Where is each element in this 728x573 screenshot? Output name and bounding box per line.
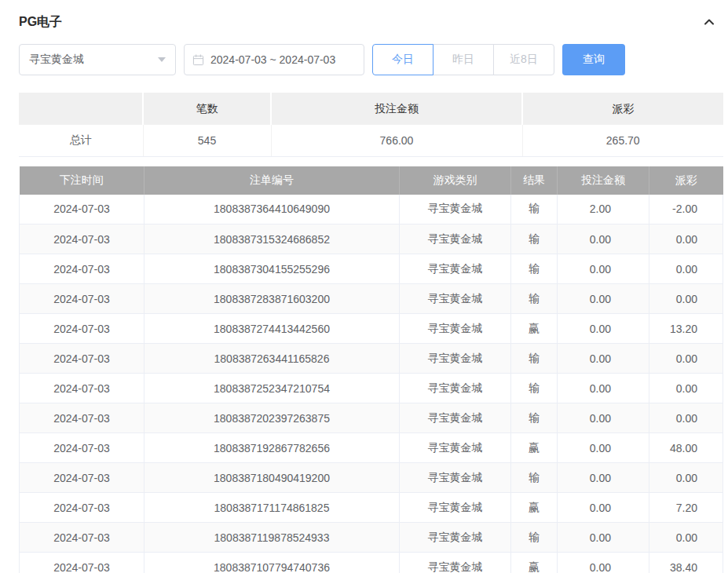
table-row: 2024-07-03 1808387192867782656 寻宝黄金城 赢 0… (20, 433, 723, 463)
bet-date: 2024-07-03 (20, 254, 145, 284)
summary-total-payout: 265.70 (522, 125, 723, 156)
bet-date: 2024-07-03 (20, 403, 145, 433)
collapse-chevron-up-icon[interactable] (703, 16, 715, 28)
result: 输 (511, 463, 558, 493)
bet-table-body: 2024-07-03 1808387364410649090 寻宝黄金城 输 2… (20, 195, 723, 573)
game-type: 寻宝黄金城 (400, 463, 511, 493)
order-id: 1808387263441165826 (145, 344, 400, 374)
table-row: 2024-07-03 1808387252347210754 寻宝黄金城 输 0… (20, 374, 723, 403)
table-row: 2024-07-03 1808387315324686852 寻宝黄金城 输 0… (20, 224, 723, 254)
date-range-value: 2024-07-03 ~ 2024-07-03 (210, 53, 335, 66)
payout: 48.00 (649, 433, 723, 463)
table-row: 2024-07-03 1808387283871603200 寻宝黄金城 输 0… (20, 284, 723, 314)
bet-date: 2024-07-03 (20, 284, 145, 314)
result: 输 (511, 254, 558, 284)
order-id: 1808387274413442560 (145, 314, 400, 344)
table-row: 2024-07-03 1808387274413442560 寻宝黄金城 赢 0… (20, 314, 723, 344)
result: 输 (511, 403, 558, 433)
summary-table: 笔数 投注金额 派彩 总计 545 766.00 265.70 (19, 93, 723, 157)
payout: 0.00 (649, 224, 723, 254)
game-type: 寻宝黄金城 (400, 553, 511, 573)
order-id: 1808387364410649090 (145, 195, 400, 224)
result: 赢 (511, 553, 558, 573)
payout: 7.20 (649, 493, 723, 523)
bet-table: 下注时间 注单编号 游戏类别 结果 投注金额 派彩 2024-07-03 180… (19, 166, 723, 573)
search-button[interactable]: 查询 (562, 44, 625, 75)
order-id: 1808387252347210754 (145, 374, 400, 403)
order-id: 1808387283871603200 (145, 284, 400, 314)
today-button[interactable]: 今日 (372, 44, 434, 75)
table-row: 2024-07-03 1808387119878524933 寻宝黄金城 输 0… (20, 523, 723, 553)
chevron-down-icon (158, 57, 166, 62)
table-row: 2024-07-03 1808387171174861825 寻宝黄金城 赢 0… (20, 493, 723, 523)
bet-amount: 0.00 (558, 374, 649, 403)
game-type: 寻宝黄金城 (400, 254, 511, 284)
bet-date: 2024-07-03 (20, 523, 145, 553)
result: 输 (511, 195, 558, 224)
game-type: 寻宝黄金城 (400, 314, 511, 344)
game-type: 寻宝黄金城 (400, 493, 511, 523)
bet-amount: 0.00 (558, 493, 649, 523)
table-row: 2024-07-03 1808387180490419200 寻宝黄金城 输 0… (20, 463, 723, 493)
game-type: 寻宝黄金城 (400, 224, 511, 254)
bet-amount: 0.00 (558, 224, 649, 254)
result: 赢 (511, 493, 558, 523)
payout: 0.00 (649, 403, 723, 433)
bet-amount: 0.00 (558, 523, 649, 553)
yesterday-button[interactable]: 昨日 (433, 44, 494, 75)
summary-total-count: 545 (143, 125, 271, 156)
quick-range-group: 今日昨日近8日 (372, 44, 554, 75)
order-id: 1808387304155255296 (145, 254, 400, 284)
result: 输 (511, 284, 558, 314)
bet-date: 2024-07-03 (20, 374, 145, 403)
bet-date: 2024-07-03 (20, 433, 145, 463)
payout: 0.00 (649, 463, 723, 493)
bet-date: 2024-07-03 (20, 344, 145, 374)
order-id: 1808387192867782656 (145, 433, 400, 463)
header-game-type: 游戏类别 (400, 166, 511, 195)
bet-date: 2024-07-03 (20, 314, 145, 344)
table-row: 2024-07-03 1808387304155255296 寻宝黄金城 输 0… (20, 254, 723, 284)
summary-total-label: 总计 (19, 125, 143, 156)
payout: -2.00 (649, 195, 723, 224)
bet-amount: 0.00 (558, 314, 649, 344)
bet-amount: 2.00 (558, 195, 649, 224)
header-payout: 派彩 (649, 166, 723, 195)
bet-date: 2024-07-03 (20, 224, 145, 254)
payout: 0.00 (649, 284, 723, 314)
result: 输 (511, 344, 558, 374)
order-id: 1808387107794740736 (145, 553, 400, 573)
calendar-icon (192, 54, 204, 66)
bet-table-header-row: 下注时间 注单编号 游戏类别 结果 投注金额 派彩 (20, 166, 723, 195)
last-8-days-button[interactable]: 近8日 (493, 44, 554, 75)
summary-header-bet-amount: 投注金额 (271, 93, 522, 125)
result: 输 (511, 523, 558, 553)
payout: 38.40 (649, 553, 723, 573)
summary-header-payout: 派彩 (522, 93, 723, 125)
summary-header-row: 笔数 投注金额 派彩 (19, 93, 723, 125)
date-range-input[interactable]: 2024-07-03 ~ 2024-07-03 (184, 44, 364, 75)
table-row: 2024-07-03 1808387263441165826 寻宝黄金城 输 0… (20, 344, 723, 374)
summary-total-row: 总计 545 766.00 265.70 (19, 125, 723, 156)
payout: 0.00 (649, 254, 723, 284)
game-type: 寻宝黄金城 (400, 523, 511, 553)
bet-date: 2024-07-03 (20, 463, 145, 493)
bet-amount: 0.00 (558, 403, 649, 433)
header-bet-amount: 投注金额 (558, 166, 649, 195)
game-type: 寻宝黄金城 (400, 433, 511, 463)
result: 赢 (511, 433, 558, 463)
summary-header-blank (19, 93, 143, 125)
bet-date: 2024-07-03 (20, 553, 145, 573)
game-type: 寻宝黄金城 (400, 195, 511, 224)
payout: 0.00 (649, 374, 723, 403)
result: 输 (511, 374, 558, 403)
game-type: 寻宝黄金城 (400, 374, 511, 403)
bet-amount: 0.00 (558, 344, 649, 374)
bet-amount: 0.00 (558, 254, 649, 284)
summary-header-count: 笔数 (143, 93, 271, 125)
game-select[interactable]: 寻宝黄金城 (19, 44, 176, 75)
order-id: 1808387171174861825 (145, 493, 400, 523)
game-select-value: 寻宝黄金城 (29, 53, 84, 67)
bet-date: 2024-07-03 (20, 493, 145, 523)
game-type: 寻宝黄金城 (400, 284, 511, 314)
